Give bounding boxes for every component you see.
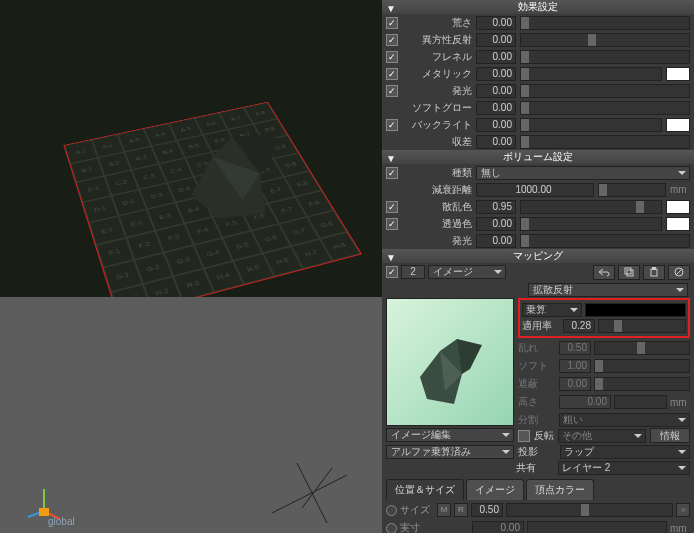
attenuation-input[interactable]: 1000.00 [476,183,594,197]
alpha-dropdown[interactable]: アルファ乗算済み [386,445,514,459]
gizmo-mode-label: global [48,516,75,527]
apply-rate-input[interactable]: 0.28 [563,319,595,333]
trans-checkbox[interactable] [386,218,398,230]
viewport: A-1A-2A-3A-4A-5A-6A-7A-8B-1B-2B-3B-4B-5B… [0,0,382,533]
viewport-secondary[interactable]: global [0,297,382,533]
attenuation-label: 減衰距離 [402,183,472,197]
effect-checkbox[interactable] [386,34,398,46]
section-header-effect[interactable]: ▼ 効果設定 [382,0,694,14]
mapping-enable-checkbox[interactable] [386,266,398,278]
chevron-down-icon: ▼ [386,2,396,16]
effect-input[interactable]: 0.00 [476,50,516,64]
blend-color-swatch[interactable] [585,303,686,317]
highlighted-region: 乗算 適用率 0.28 [518,298,690,338]
invert-checkbox[interactable] [518,430,530,442]
svg-line-7 [272,475,347,513]
effect-slider[interactable] [520,50,690,64]
volume-type-label: 種類 [402,166,472,180]
tab-image[interactable]: イメージ [466,479,524,500]
info-button[interactable]: 情報 [650,428,690,443]
r-button[interactable]: R [454,503,468,517]
link-icon[interactable]: ⟐ [676,503,690,517]
effect-checkbox[interactable] [386,17,398,29]
diffuse-dropdown[interactable]: 拡散反射 [528,283,688,297]
clear-icon[interactable] [668,265,690,280]
effect-checkbox[interactable] [386,51,398,63]
scatter-slider[interactable] [520,200,662,214]
effect-input[interactable]: 0.00 [476,101,516,115]
svg-rect-10 [625,268,631,274]
volume-type-checkbox[interactable] [386,167,398,179]
effect-checkbox[interactable] [386,85,398,97]
blend-mode-dropdown[interactable]: 乗算 [522,303,582,317]
svg-rect-13 [652,267,656,270]
chevron-down-icon: ▼ [386,251,396,265]
size-radio[interactable] [386,505,397,516]
undo-icon[interactable] [593,265,615,280]
effect-slider[interactable] [520,33,690,47]
effect-slider[interactable] [520,84,690,98]
viewport-3d[interactable]: A-1A-2A-3A-4A-5A-6A-7A-8B-1B-2B-3B-4B-5B… [0,0,382,297]
chevron-down-icon: ▼ [386,152,396,166]
effect-input[interactable]: 0.00 [476,118,516,132]
scatter-swatch[interactable] [666,200,690,214]
svg-rect-11 [627,270,633,276]
effect-slider[interactable] [520,118,662,132]
texture-thumbnail[interactable] [386,298,514,426]
tab-position-size[interactable]: 位置＆サイズ [386,479,464,500]
svg-line-8 [297,463,327,523]
effect-slider[interactable] [520,16,690,30]
section-header-mapping[interactable]: ▼ マッピング [382,249,694,263]
scatter-input[interactable]: 0.95 [476,200,516,214]
attenuation-slider[interactable] [598,183,666,197]
effect-checkbox[interactable] [386,68,398,80]
section-header-volume[interactable]: ▼ ボリューム設定 [382,150,694,164]
properties-panel: ▼ 効果設定 荒さ0.00異方性反射0.00フレネル0.00メタリック0.00発… [382,0,694,533]
image-edit-dropdown[interactable]: イメージ編集 [386,428,514,442]
effect-input[interactable]: 0.00 [476,33,516,47]
tab-vertex-color[interactable]: 頂点カラー [526,479,594,500]
effect-input[interactable]: 0.00 [476,135,516,149]
projection-dropdown[interactable]: ラップ [560,445,690,459]
effect-slider[interactable] [520,135,690,149]
effect-slider[interactable] [520,67,662,81]
real-radio[interactable] [386,523,397,534]
copy-icon[interactable] [618,265,640,280]
wireframe-cross [272,463,352,523]
m-button[interactable]: M [437,503,451,517]
effect-swatch[interactable] [666,67,690,81]
svg-rect-6 [39,508,49,516]
svg-line-15 [676,269,682,275]
trans-swatch[interactable] [666,217,690,231]
mapping-index-dropdown[interactable]: 2 [401,265,425,279]
effect-input[interactable]: 0.00 [476,16,516,30]
volume-type-dropdown[interactable]: 無し [476,166,690,180]
effect-input[interactable]: 0.00 [476,67,516,81]
svg-rect-12 [651,269,657,276]
scatter-checkbox[interactable] [386,201,398,213]
effect-checkbox[interactable] [386,119,398,131]
effect-input[interactable]: 0.00 [476,84,516,98]
mapping-mode-dropdown[interactable]: イメージ [428,265,506,279]
share-dropdown[interactable]: レイヤー 2 [558,461,690,475]
effect-swatch[interactable] [666,118,690,132]
trans-slider[interactable] [520,217,662,231]
volume-glow-input[interactable]: 0.00 [476,234,516,248]
apply-rate-slider[interactable] [598,319,686,333]
effect-slider[interactable] [520,101,690,115]
paste-icon[interactable] [643,265,665,280]
trans-input[interactable]: 0.00 [476,217,516,231]
volume-glow-slider[interactable] [520,234,690,248]
